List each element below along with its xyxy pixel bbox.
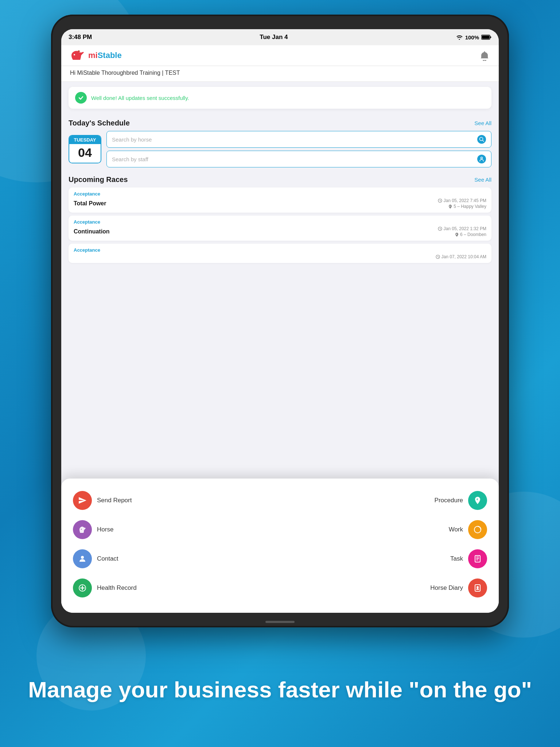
calendar-day-name: Tuesday xyxy=(69,136,101,144)
logo: miStable xyxy=(70,50,122,61)
svg-point-5 xyxy=(481,157,483,159)
races-section: Upcoming Races See All Acceptance Total … xyxy=(61,170,499,263)
svg-point-16 xyxy=(477,586,479,588)
status-bar: 3:48 PM Tue Jan 4 100% xyxy=(61,29,499,45)
races-title: Upcoming Races xyxy=(69,175,128,184)
notification-bell-icon[interactable] xyxy=(479,50,490,61)
logo-icon xyxy=(70,50,86,61)
success-icon xyxy=(75,92,87,104)
task-icon xyxy=(468,549,487,568)
races-see-all[interactable]: See All xyxy=(474,177,491,183)
schedule-see-all[interactable]: See All xyxy=(474,120,491,126)
race-venue-2: 6 – Doomben xyxy=(455,232,486,237)
greeting-text: Hi MiStable Thoroughbred Training | TEST xyxy=(61,66,499,82)
task-item[interactable]: Task xyxy=(280,544,490,573)
wifi-icon xyxy=(456,35,463,40)
race-type-3: Acceptance xyxy=(74,247,486,253)
procedure-label: Procedure xyxy=(435,497,463,504)
horse-diary-icon xyxy=(468,578,487,597)
tablet-home-bar xyxy=(265,621,295,623)
send-report-item[interactable]: Send Report xyxy=(70,486,280,515)
svg-point-10 xyxy=(81,529,82,530)
success-banner: Well done! All updates sent successfully… xyxy=(69,87,491,109)
race-item-2[interactable]: Acceptance Continuation Jan 05, 2022 1:3… xyxy=(69,216,491,241)
svg-rect-1 xyxy=(482,36,490,39)
work-icon xyxy=(468,520,487,539)
race-name-1: Total Power xyxy=(74,200,106,207)
tablet-frame: 3:48 PM Tue Jan 4 100% xyxy=(51,15,509,627)
health-record-label: Health Record xyxy=(97,584,137,592)
tagline: Manage your business faster while "on th… xyxy=(0,676,560,703)
fab-sheet: Send Report Procedure Hors xyxy=(61,479,499,613)
race-type-1: Acceptance xyxy=(74,191,486,197)
work-label: Work xyxy=(449,526,463,533)
calendar-widget: Tuesday 04 xyxy=(69,135,101,163)
app-header: miStable xyxy=(61,45,499,66)
horse-diary-item[interactable]: Horse Diary xyxy=(280,573,490,603)
search-staff-icon xyxy=(477,155,486,163)
procedure-item[interactable]: Procedure xyxy=(280,486,490,515)
contact-item[interactable]: Contact xyxy=(70,544,280,573)
schedule-title: Today's Schedule xyxy=(69,119,130,127)
calendar-day-number: 04 xyxy=(69,144,101,163)
race-type-2: Acceptance xyxy=(74,219,486,225)
logo-wordmark: miStable xyxy=(88,51,122,60)
status-time: 3:48 PM xyxy=(69,34,92,41)
fab-grid: Send Report Procedure Hors xyxy=(70,486,490,603)
race-name-2: Continuation xyxy=(74,228,110,235)
race-item-1[interactable]: Acceptance Total Power Jan 05, 2022 7:45… xyxy=(69,187,491,213)
race-time-2: Jan 05, 2022 1:32 PM xyxy=(438,226,486,231)
health-record-item[interactable]: Health Record xyxy=(70,573,280,603)
horse-label: Horse xyxy=(97,526,113,533)
search-staff-placeholder: Search by staff xyxy=(112,156,148,162)
search-horse-icon xyxy=(477,135,486,144)
task-label: Task xyxy=(450,555,463,562)
contact-label: Contact xyxy=(97,555,118,562)
race-time-3: Jan 07, 2022 10:04 AM xyxy=(436,254,486,259)
search-staff-field[interactable]: Search by staff xyxy=(106,151,491,167)
race-time-1: Jan 05, 2022 7:45 PM xyxy=(438,198,486,203)
svg-rect-13 xyxy=(475,556,480,562)
battery-percent: 100% xyxy=(465,34,479,40)
app-content: miStable Hi MiStable Thoroughbred Traini… xyxy=(61,45,499,613)
send-report-icon xyxy=(73,491,92,510)
status-date: Tue Jan 4 xyxy=(260,34,288,40)
success-message: Well done! All updates sent successfully… xyxy=(91,95,189,101)
schedule-section: Today's Schedule See All Tuesday 04 Sear… xyxy=(61,114,499,167)
tablet-screen: 3:48 PM Tue Jan 4 100% xyxy=(61,29,499,613)
contact-icon xyxy=(73,549,92,568)
race-venue-1: 5 – Happy Valley xyxy=(448,204,486,209)
svg-point-2 xyxy=(74,54,75,55)
search-inputs: Search by horse Search by staff xyxy=(106,131,491,167)
battery-icon xyxy=(481,35,491,40)
search-horse-field[interactable]: Search by horse xyxy=(106,131,491,148)
search-horse-placeholder: Search by horse xyxy=(112,136,152,143)
send-report-label: Send Report xyxy=(97,497,132,504)
race-item-3[interactable]: Acceptance Jan 07, 2022 10:04 AM xyxy=(69,244,491,263)
horse-item[interactable]: Horse xyxy=(70,515,280,544)
procedure-icon xyxy=(468,491,487,510)
svg-line-4 xyxy=(483,140,484,142)
health-record-icon xyxy=(73,578,92,597)
svg-point-12 xyxy=(81,556,84,559)
horse-diary-label: Horse Diary xyxy=(430,584,463,592)
horse-icon xyxy=(73,520,92,539)
schedule-row: Tuesday 04 Search by horse xyxy=(69,131,491,167)
work-item[interactable]: Work xyxy=(280,515,490,544)
